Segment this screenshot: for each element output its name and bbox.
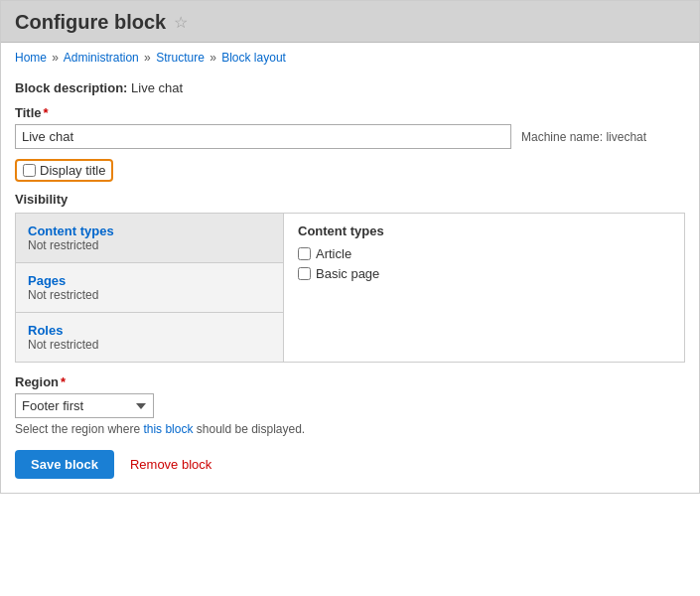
checkbox-article: Article xyxy=(298,246,670,261)
visibility-panel: Content types Not restricted Pages Not r… xyxy=(15,213,685,363)
page-title: Configure block xyxy=(15,11,166,34)
tab-pages-title: Pages xyxy=(28,273,271,288)
article-label: Article xyxy=(316,246,351,261)
machine-name-label: Machine name: livechat xyxy=(521,130,646,144)
remove-block-link[interactable]: Remove block xyxy=(130,457,211,472)
save-block-button[interactable]: Save block xyxy=(15,450,114,479)
breadcrumb-structure[interactable]: Structure xyxy=(156,51,205,65)
tab-pages[interactable]: Pages Not restricted xyxy=(16,263,283,313)
title-field-group: Title* Machine name: livechat xyxy=(15,105,685,149)
region-section: Region* Footer first Footer second Heade… xyxy=(15,374,685,436)
breadcrumb: Home » Administration » Structure » Bloc… xyxy=(1,43,699,73)
vis-right-title: Content types xyxy=(298,224,670,238)
display-title-label: Display title xyxy=(40,163,105,178)
tab-roles-subtitle: Not restricted xyxy=(28,338,271,352)
article-checkbox[interactable] xyxy=(298,247,311,260)
tab-content-types-subtitle: Not restricted xyxy=(28,238,271,252)
region-select[interactable]: Footer first Footer second Header Sideba… xyxy=(15,393,154,418)
tab-content-types[interactable]: Content types Not restricted xyxy=(16,214,283,263)
region-select-row: Footer first Footer second Header Sideba… xyxy=(15,393,685,418)
breadcrumb-home[interactable]: Home xyxy=(15,51,47,65)
basic-page-checkbox[interactable] xyxy=(298,267,311,280)
breadcrumb-block-layout[interactable]: Block layout xyxy=(221,51,286,65)
title-row: Machine name: livechat xyxy=(15,124,685,149)
page-header: Configure block ☆ xyxy=(1,1,699,43)
basic-page-label: Basic page xyxy=(316,266,379,281)
tab-content-types-title: Content types xyxy=(28,224,271,238)
tab-roles[interactable]: Roles Not restricted xyxy=(16,313,283,362)
region-required-indicator: * xyxy=(61,374,66,389)
button-row: Save block Remove block xyxy=(15,450,685,479)
visibility-section: Visibility Content types Not restricted … xyxy=(15,192,685,363)
title-label: Title* xyxy=(15,105,685,120)
region-help-text: Select the region where this block shoul… xyxy=(15,422,685,436)
block-description: Block description: Live chat xyxy=(15,80,685,95)
breadcrumb-administration[interactable]: Administration xyxy=(64,51,139,65)
tab-pages-subtitle: Not restricted xyxy=(28,288,271,302)
region-help-link[interactable]: this block xyxy=(143,422,193,436)
bookmark-icon[interactable]: ☆ xyxy=(174,13,188,32)
display-title-row: Display title xyxy=(15,159,685,182)
region-label: Region* xyxy=(15,374,685,389)
page-wrapper: Configure block ☆ Home » Administration … xyxy=(0,0,700,494)
visibility-tabs: Content types Not restricted Pages Not r… xyxy=(16,214,284,362)
checkbox-basic-page: Basic page xyxy=(298,266,670,281)
title-input[interactable] xyxy=(15,124,511,149)
display-title-wrapper: Display title xyxy=(15,159,113,182)
block-description-value: Live chat xyxy=(131,80,183,95)
block-description-label: Block description: xyxy=(15,80,127,95)
tab-roles-title: Roles xyxy=(28,323,271,338)
visibility-right-panel: Content types Article Basic page xyxy=(284,214,684,362)
display-title-checkbox[interactable] xyxy=(23,164,36,177)
visibility-label: Visibility xyxy=(15,192,685,207)
required-indicator: * xyxy=(44,105,49,120)
content-area: Block description: Live chat Title* Mach… xyxy=(1,73,699,493)
